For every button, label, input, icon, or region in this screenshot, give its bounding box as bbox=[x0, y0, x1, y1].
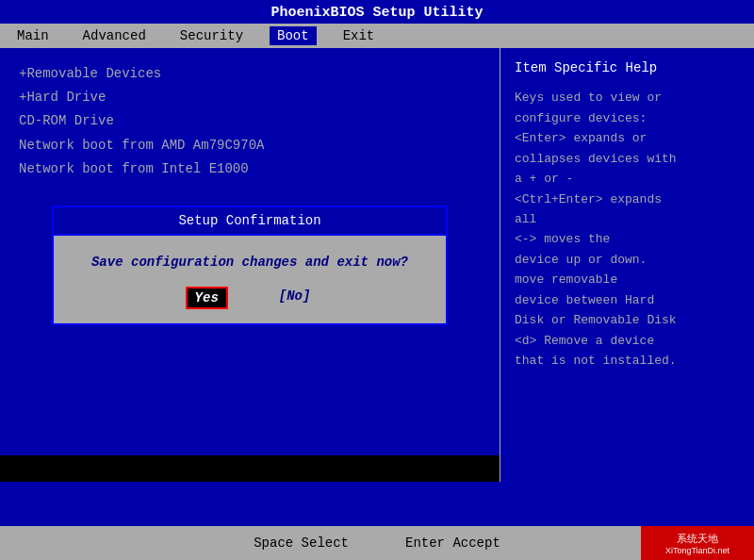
status-bar: Space Select Enter Accept 系统天地 XiTongTia… bbox=[0, 526, 754, 560]
boot-item[interactable]: +Removable Devices bbox=[19, 62, 481, 86]
status-enter-accept: Enter Accept bbox=[405, 535, 500, 551]
watermark: 系统天地 XiTongTianDi.net bbox=[641, 526, 754, 560]
black-bar bbox=[0, 455, 500, 482]
watermark-line1: 系统天地 bbox=[665, 532, 729, 546]
dialog-yes-button[interactable]: Yes bbox=[186, 287, 228, 309]
menu-item-main[interactable]: Main bbox=[9, 26, 57, 45]
menu-item-boot[interactable]: Boot bbox=[270, 26, 317, 45]
help-text: Keys used to view or configure devices: … bbox=[515, 88, 740, 371]
boot-item[interactable]: Network boot from AMD Am79C970A bbox=[19, 134, 481, 157]
menu-bar: MainAdvancedSecurityBootExit bbox=[0, 24, 754, 48]
boot-item[interactable]: +Hard Drive bbox=[19, 86, 481, 109]
menu-item-exit[interactable]: Exit bbox=[336, 26, 383, 45]
app-title: PhoenixBIOS Setup Utility bbox=[270, 5, 483, 21]
dialog-buttons: Yes [No] bbox=[68, 287, 432, 309]
boot-item[interactable]: Network boot from Intel E1000 bbox=[19, 157, 481, 181]
dialog-no-button[interactable]: [No] bbox=[275, 287, 315, 309]
help-heading: Item Specific Help bbox=[515, 58, 740, 78]
menu-item-advanced[interactable]: Advanced bbox=[75, 26, 154, 45]
dialog-body: Save configuration changes and exit now?… bbox=[54, 236, 446, 323]
dialog-question: Save configuration changes and exit now? bbox=[68, 255, 432, 270]
menu-item-security[interactable]: Security bbox=[172, 26, 251, 45]
status-space-select: Space Select bbox=[254, 535, 349, 551]
confirmation-dialog: Setup Confirmation Save configuration ch… bbox=[52, 206, 448, 325]
watermark-line2: XiTongTianDi.net bbox=[665, 546, 729, 555]
boot-item[interactable]: CD-ROM Drive bbox=[19, 109, 481, 133]
right-panel: Item Specific Help Keys used to view or … bbox=[500, 48, 754, 482]
title-bar: PhoenixBIOS Setup Utility bbox=[0, 0, 754, 24]
main-content: +Removable Devices+Hard Drive CD-ROM Dri… bbox=[0, 48, 754, 482]
dialog-title: Setup Confirmation bbox=[54, 207, 446, 236]
